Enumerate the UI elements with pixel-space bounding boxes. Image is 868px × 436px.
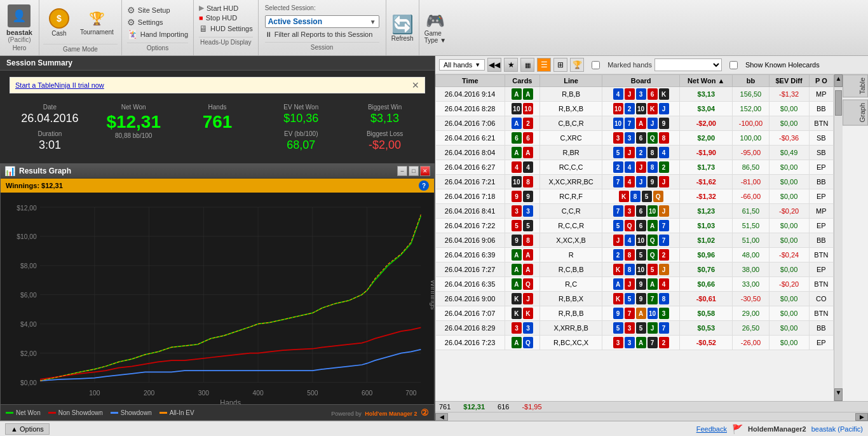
minimize-btn[interactable]: – xyxy=(397,166,407,176)
cell-net-won: $3,04 xyxy=(680,102,733,116)
cell-board: 285Q2 xyxy=(602,248,680,262)
star-btn[interactable]: ★ xyxy=(504,58,518,72)
footer-ev-diff: -$1,95 xyxy=(522,403,541,411)
col-ev-diff[interactable]: $EV Diff xyxy=(769,75,809,87)
cell-position: BTN xyxy=(809,116,833,131)
cell-board: AJ9A4 xyxy=(602,277,680,292)
refresh-section[interactable]: 🔄 Refresh xyxy=(386,0,419,55)
table-row[interactable]: 26.04.2016 7:27AAR,C,B,BK8105J$0,7638,00… xyxy=(436,262,834,277)
col-bb[interactable]: bb xyxy=(733,75,769,87)
card-view-btn[interactable]: ⊞ xyxy=(553,58,567,72)
hud-section: ▶ Start HUD ■ Stop HUD 🖥 HUD Settings He… xyxy=(194,0,259,55)
graph-tab[interactable]: Graph xyxy=(843,100,868,126)
cell-board: 107AJ9 xyxy=(602,116,680,131)
table-row[interactable]: 26.04.2016 7:1899RC,R,FK85Q-$1,32-66,00$… xyxy=(436,189,834,204)
table-row[interactable]: 26.04.2016 7:21108X,XC,XRR,BC74J9J-$1,62… xyxy=(436,175,834,189)
col-time[interactable]: Time xyxy=(436,75,505,87)
cell-ev-diff: $0,00 xyxy=(769,336,809,350)
hands-table-scroll[interactable]: Time Cards Line Board Net Won ▲ bb $EV D… xyxy=(435,74,834,401)
trial-link[interactable]: Start a TableNinja II trial now xyxy=(15,81,104,89)
net-won-label: Net Won xyxy=(121,104,146,111)
active-session-text: Active Session xyxy=(268,17,370,26)
table-row[interactable]: 26.04.2016 7:06A2C,B,C,R107AJ9-$2,00-100… xyxy=(436,116,834,131)
svg-text:100: 100 xyxy=(89,389,100,397)
table-row[interactable]: 26.04.2016 7:23AQR,BC,XC,X33A72-$0,52-26… xyxy=(436,336,834,350)
svg-text:$10,00: $10,00 xyxy=(17,233,37,241)
gametype-section[interactable]: 🎮 GameType ▼ xyxy=(419,0,451,55)
cell-line: C,XRC xyxy=(540,131,602,146)
close-graph-btn[interactable]: ✕ xyxy=(420,166,430,176)
table-row[interactable]: 26.04.2016 7:07KKR,R,B,B97A103$0,5829,00… xyxy=(436,306,834,321)
cell-line: X,XRR,B,B xyxy=(540,321,602,336)
stop-hud-item[interactable]: ■ Stop HUD xyxy=(199,14,253,22)
table-row[interactable]: 26.04.2016 9:00KJR,B,B,XK5978-$0,61-30,5… xyxy=(436,292,834,306)
col-pos[interactable]: P O xyxy=(809,75,833,87)
table-row[interactable]: 26.04.2016 6:2744RC,C,C24J82$1,7386,50$0… xyxy=(436,160,834,175)
table-row[interactable]: 26.04.2016 8:2933X,XRR,B,B535J7$0,5326,5… xyxy=(436,321,834,336)
table-tab[interactable]: Table xyxy=(843,74,868,97)
close-notification-btn[interactable]: ✕ xyxy=(412,80,419,90)
table-row[interactable]: 26.04.2016 6:2166C,XRC336Q8$2,00100,00-$… xyxy=(436,131,834,146)
table-row[interactable]: 26.04.2016 9:14AAR,B,B4J36K$3,13156,50-$… xyxy=(436,87,834,102)
cell-line: R,C xyxy=(540,277,602,292)
all-hands-dropdown[interactable]: All hands ▼ xyxy=(439,59,485,71)
hand-import-icon: 🃏 xyxy=(127,29,138,39)
horizontal-scrollbar[interactable]: ◀ ▶ xyxy=(435,412,868,421)
cell-ev-diff: -$0,24 xyxy=(769,248,809,262)
vertical-scrollbar[interactable]: ▲ ▼ xyxy=(834,74,843,401)
cell-position: BTN xyxy=(809,277,833,292)
help-icon[interactable]: ? xyxy=(419,181,429,191)
table-row[interactable]: 26.04.2016 8:281010R,B,X,B10210KJ$3,0415… xyxy=(436,102,834,116)
col-board[interactable]: Board xyxy=(602,75,680,87)
table-row[interactable]: 26.04.2016 7:2255R,C,C,R5Q6A7$1,0351,50$… xyxy=(436,219,834,233)
table-row[interactable]: 26.04.2016 8:4133C,C,R73610J$1,2361,50-$… xyxy=(436,204,834,219)
cell-net-won: -$0,52 xyxy=(680,336,733,350)
scroll-up-btn[interactable]: ▲ xyxy=(834,74,843,87)
hand-importing-item[interactable]: 🃏 Hand Importing xyxy=(127,29,188,39)
cell-bb: -81,00 xyxy=(733,175,769,189)
branding: Powered by Hold'em Manager 2 ② xyxy=(331,407,429,418)
game-mode-label: Game Mode xyxy=(43,44,118,53)
col-net-won[interactable]: Net Won ▲ xyxy=(680,75,733,87)
hud-settings-item[interactable]: 🖥 HUD Settings xyxy=(199,24,253,34)
filter-session-btn[interactable]: ⏸ Filter all Reports to this Session xyxy=(265,31,379,38)
start-hud-item[interactable]: ▶ Start HUD xyxy=(199,4,253,12)
grid-btn[interactable]: ▦ xyxy=(520,58,534,72)
settings-item[interactable]: ⚙ Settings xyxy=(127,17,188,27)
table-row[interactable]: 26.04.2016 6:39AAR285Q2$0,9648,00-$0,24B… xyxy=(436,248,834,262)
scroll-down-btn[interactable]: ▼ xyxy=(834,388,843,401)
marked-hands-checkbox[interactable] xyxy=(592,61,600,69)
date-value: 26.04.2016 xyxy=(21,112,78,125)
scroll-left-btn[interactable]: ◀ xyxy=(435,413,448,421)
cell-line: R,C,B,B xyxy=(540,262,602,277)
cell-net-won: $1,03 xyxy=(680,219,733,233)
cash-button[interactable]: $ Cash xyxy=(43,6,75,39)
scroll-thumb[interactable] xyxy=(835,90,842,116)
table-row[interactable]: 26.04.2016 8:04AAR,BR5J284-$1,90-95,00$0… xyxy=(436,146,834,160)
feedback-link[interactable]: Feedback xyxy=(696,425,727,433)
cell-bb: 51,50 xyxy=(733,219,769,233)
cell-ev-diff: $0,00 xyxy=(769,160,809,175)
cell-board: K8105J xyxy=(602,262,680,277)
cell-bb: 86,50 xyxy=(733,160,769,175)
prev-btn[interactable]: ◀◀ xyxy=(487,58,501,72)
tournament-button[interactable]: 🏆 Tournament xyxy=(76,8,118,37)
col-line[interactable]: Line xyxy=(540,75,602,87)
marked-hands-select[interactable] xyxy=(654,58,722,71)
scroll-right-btn[interactable]: ▶ xyxy=(855,413,868,421)
maximize-btn[interactable]: □ xyxy=(409,166,419,176)
cell-position: BB xyxy=(809,175,833,189)
options-btn[interactable]: ▲ Options xyxy=(5,423,50,435)
site-setup-item[interactable]: ⚙ Site Setup xyxy=(127,5,188,15)
table-row[interactable]: 26.04.2016 9:0698X,XC,X,BJ410Q7$1,0251,0… xyxy=(436,233,834,248)
cell-board: K5978 xyxy=(602,292,680,306)
table-row[interactable]: 26.04.2016 6:35AQR,CAJ9A4$0,6633,00-$0,2… xyxy=(436,277,834,292)
trophy-view-btn[interactable]: 🏆 xyxy=(570,58,584,72)
show-holecards-checkbox[interactable] xyxy=(729,61,738,69)
list-view-btn[interactable]: ☰ xyxy=(537,58,551,72)
col-cards[interactable]: Cards xyxy=(505,75,540,87)
site-setup-label: Site Setup xyxy=(138,6,170,14)
session-dropdown[interactable]: Active Session ▼ xyxy=(265,15,379,28)
ev-bb100-label: EV (bb/100) xyxy=(284,130,318,137)
cell-ev-diff: $0,00 xyxy=(769,306,809,321)
